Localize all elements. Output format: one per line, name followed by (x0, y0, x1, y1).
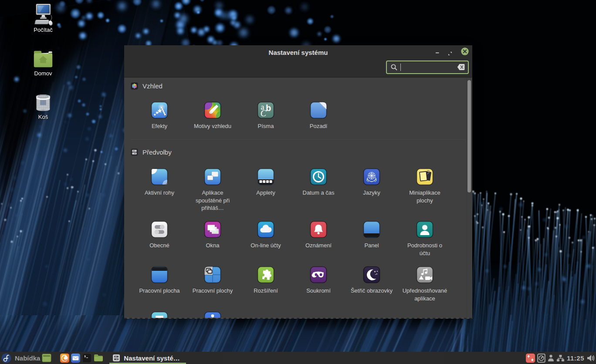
svg-text:b: b (266, 103, 271, 113)
svg-text:C: C (261, 108, 267, 118)
